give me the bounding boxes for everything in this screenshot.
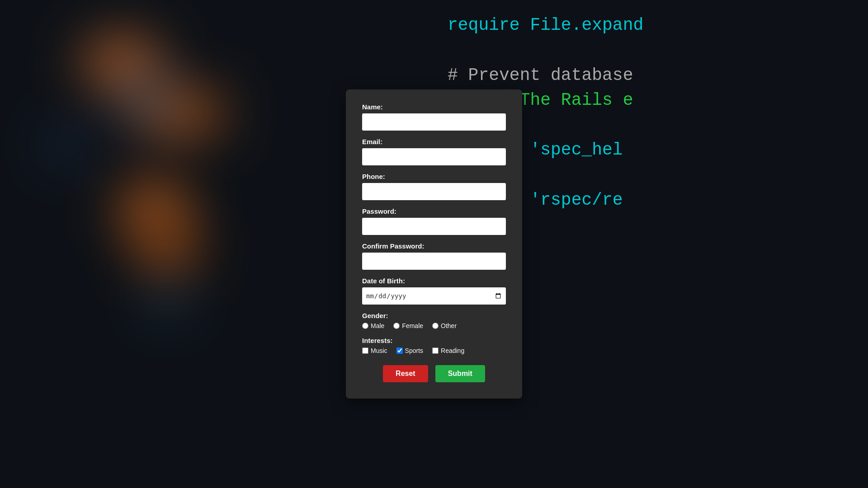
password-label: Password: [362,207,506,215]
interests-field-group: Interests: Music Sports Reading [362,337,506,354]
dob-field-group: Date of Birth: [362,277,506,305]
dob-input[interactable] [362,287,506,305]
interests-label: Interests: [362,337,506,344]
interest-music-label: Music [371,347,387,354]
confirm-password-input[interactable] [362,253,506,270]
dob-label: Date of Birth: [362,277,506,285]
gender-field-group: Gender: Male Female Other [362,312,506,329]
gender-female-label: Female [402,322,423,329]
name-field-group: Name: [362,103,506,131]
interest-music-checkbox[interactable] [362,347,368,354]
confirm-password-label: Confirm Password: [362,242,506,250]
gender-other-label: Other [441,322,457,329]
interest-reading-checkbox[interactable] [432,347,439,354]
email-field-group: Email: [362,138,506,165]
phone-field-group: Phone: [362,173,506,200]
gender-male-radio[interactable] [362,323,368,329]
gender-label: Gender: [362,312,506,319]
gender-radio-group: Male Female Other [362,322,506,329]
name-label: Name: [362,103,506,111]
submit-button[interactable]: Submit [435,365,485,382]
email-label: Email: [362,138,506,145]
phone-label: Phone: [362,173,506,180]
button-row: Reset Submit [362,365,506,382]
interest-reading-option[interactable]: Reading [432,347,464,354]
gender-male-label: Male [371,322,384,329]
interests-checkbox-group: Music Sports Reading [362,347,506,354]
gender-male-option[interactable]: Male [362,322,384,329]
interest-music-option[interactable]: Music [362,347,387,354]
phone-input[interactable] [362,183,506,200]
confirm-password-field-group: Confirm Password: [362,242,506,270]
reset-button[interactable]: Reset [383,365,428,382]
gender-female-option[interactable]: Female [393,322,423,329]
interest-sports-label: Sports [405,347,423,354]
interest-sports-option[interactable]: Sports [396,347,423,354]
form-card: Name: Email: Phone: Password: Confirm Pa… [346,89,522,399]
gender-female-radio[interactable] [393,323,400,329]
name-input[interactable] [362,113,506,131]
interest-sports-checkbox[interactable] [396,347,403,354]
gender-other-option[interactable]: Other [432,322,457,329]
gender-other-radio[interactable] [432,323,439,329]
email-input[interactable] [362,148,506,165]
modal-overlay: Name: Email: Phone: Password: Confirm Pa… [0,0,868,488]
interest-reading-label: Reading [441,347,464,354]
password-input[interactable] [362,218,506,235]
password-field-group: Password: [362,207,506,235]
